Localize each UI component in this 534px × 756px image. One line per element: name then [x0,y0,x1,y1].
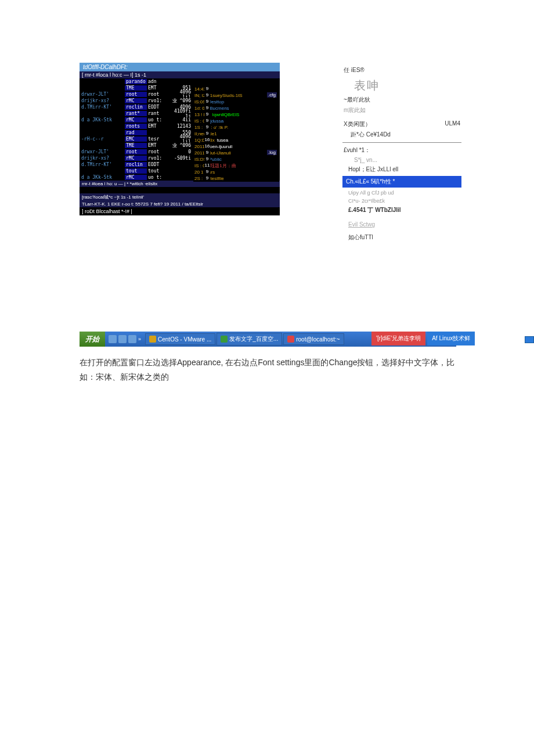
sidebar-item[interactable]: CI*u- 2cr*Ilbe£k [342,197,461,205]
extra-tab[interactable]: '[r]diE'兄弟连李明 [371,332,425,345]
link-count: 16 [204,143,210,150]
extra-tabs: '[r]diE'兄弟连李明 Af Linux技术鲜 [371,332,475,345]
col-header: parando [125,79,147,84]
sidebar-section: £vuhl *1： [342,145,461,156]
sidebar-item[interactable]: S*j_ vn... [342,156,461,164]
col-header: adn [147,79,169,84]
sidebar-item[interactable]: m宸此如 [342,105,461,116]
link-count: 16 [204,137,210,143]
link-count: 9 [204,118,210,124]
ql-icon[interactable] [118,335,127,343]
sidebar-item[interactable]: 距*心 Ce¥14Dd [342,129,461,140]
taskbar-button[interactable]: root@localhost:~ [283,333,344,345]
link-count: 9 [204,111,210,118]
link-count: 9 [204,86,210,92]
app-icon [149,336,156,343]
sidebar-item[interactable]: ~最吖此狄 [342,95,461,105]
link-count: 9 [204,92,210,99]
ql-icon[interactable] [109,335,117,343]
extra-tab[interactable]: Af Linux技术鲜 [427,332,475,345]
sidebar-item[interactable]: Hopl；E让 JxLLl ell [342,164,461,175]
link-count: 9 [204,175,210,182]
terminal-prompt[interactable]: ] roDt Blccalhast *-!# | [80,207,280,215]
link-count: 11 [204,163,210,169]
link-count: 9 [204,156,210,163]
settings-sidebar: 任 iES® 表呻 ~最吖此狄 m宸此如 X类闲匩）ULM4 距*心 Ce¥14… [342,65,461,243]
taskbar-button[interactable]: 发布文字_百度空... [217,333,282,345]
window-title-bar[interactable]: tdOtffl-DCalhDFt: [80,63,280,71]
link-count: 9 [204,124,210,131]
link-count: 9 [204,150,210,156]
quick-launch[interactable]: » [105,335,145,343]
link-count: 9 [204,169,210,175]
terminal-line: [rasc?local城*c ~]t 1s -1 telInil' [80,193,280,201]
ql-icon[interactable] [128,335,136,343]
sidebar-heading: 任 iES® [342,65,461,75]
sidebar-item[interactable]: Evil Sctwg [342,220,461,229]
sidebar-item[interactable]: Uipy All g CfJ pb ud [342,189,461,197]
start-button[interactable]: 开始 [80,332,105,347]
number-column: 999999991616991199 [204,86,210,182]
link-count: 9 [204,99,210,105]
sidebar-item-selected[interactable]: Ch.«iL£« 5矶*h性 * [342,176,461,188]
sidebar-item[interactable]: £.4541 丁 WTbZlJlil [342,205,461,215]
link-count: 9 [204,105,210,111]
link-count: 9 [204,131,210,137]
taskbar-button[interactable]: CentOS - VMware ... [145,333,215,345]
sidebar-item[interactable]: 如心fuTTl [342,232,461,243]
tray-icon[interactable] [525,336,534,343]
sidebar-item[interactable]: X类闲匩）ULM4 [342,119,461,129]
log-badge: .log [267,150,277,155]
instruction-text: 在打开的配置窗口左边选择Appearance, 在右边点Font setting… [80,355,457,384]
command-line: [ rnr-t #loca l ho:c — I] 1s -1 [80,71,280,78]
app-icon [287,336,294,343]
cfg-badge: .cfg [267,92,277,98]
sidebar-title: 表呻 [342,75,461,95]
terminal-line: TLarr-KT-K. 1 EKE r-oo t: 5572S 7 fefi? … [80,201,280,207]
app-icon [221,336,228,343]
